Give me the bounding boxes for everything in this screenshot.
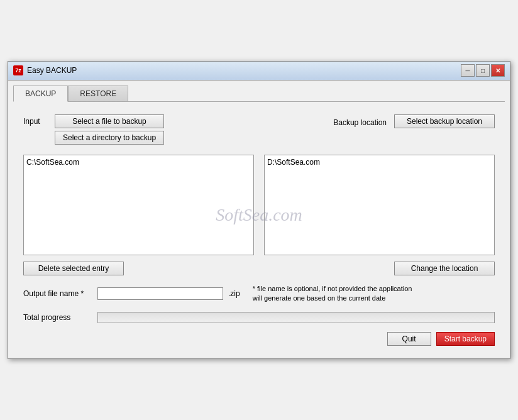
- select-location-button[interactable]: Select backup location: [394, 114, 495, 128]
- zip-suffix: .zip: [228, 289, 240, 298]
- delete-entry-button[interactable]: Delete selected entry: [23, 262, 124, 275]
- tab-bar: BACKUP RESTORE: [13, 86, 505, 102]
- tab-restore[interactable]: RESTORE: [68, 86, 128, 102]
- title-bar: 7z Easy BACKUP ─ □ ✕: [8, 62, 510, 80]
- tab-backup[interactable]: BACKUP: [13, 86, 68, 102]
- backup-location-section: Backup location Select backup location: [333, 114, 495, 128]
- progress-row: Total progress: [23, 312, 495, 323]
- input-list-item: C:\SoftSea.com: [24, 155, 253, 169]
- input-label: Input: [23, 114, 55, 126]
- input-section: Input Select a file to backup Select a d…: [23, 114, 164, 145]
- input-list[interactable]: C:\SoftSea.com: [23, 155, 254, 255]
- action-row: Delete selected entry Change the locatio…: [23, 262, 495, 275]
- progress-bar: [97, 312, 495, 323]
- progress-label: Total progress: [23, 313, 92, 322]
- location-list-item: D:\SoftSea.com: [265, 155, 494, 169]
- output-row: Output file name * .zip * file name is o…: [23, 284, 495, 304]
- main-window: 7z Easy BACKUP ─ □ ✕ BACKUP RESTORE Inpu: [8, 61, 510, 360]
- lists-row: C:\SoftSea.com D:\SoftSea.com: [23, 155, 495, 255]
- location-list[interactable]: D:\SoftSea.com: [264, 155, 495, 255]
- backup-location-label: Backup location: [333, 116, 387, 127]
- output-label: Output file name *: [23, 289, 92, 298]
- window-controls: ─ □ ✕: [461, 64, 505, 77]
- input-buttons: Select a file to backup Select a directo…: [55, 114, 164, 145]
- select-dir-button[interactable]: Select a directory to backup: [55, 131, 164, 145]
- change-location-button[interactable]: Change the location: [394, 262, 495, 275]
- minimize-button[interactable]: ─: [461, 64, 475, 77]
- start-backup-button[interactable]: Start backup: [436, 332, 495, 346]
- close-button[interactable]: ✕: [491, 64, 505, 77]
- window-title: Easy BACKUP: [27, 66, 461, 75]
- output-hint: * file name is optional, if not provided…: [253, 284, 412, 304]
- output-filename-input[interactable]: [97, 287, 223, 300]
- select-file-button[interactable]: Select a file to backup: [55, 114, 164, 128]
- backup-content: Input Select a file to backup Select a d…: [13, 109, 505, 354]
- top-row: Input Select a file to backup Select a d…: [23, 114, 495, 150]
- restore-button[interactable]: □: [476, 64, 490, 77]
- app-icon: 7z: [13, 65, 23, 75]
- window-content: BACKUP RESTORE Input Select a file to ba…: [8, 80, 510, 359]
- footer-row: Quit Start backup: [23, 332, 495, 346]
- quit-button[interactable]: Quit: [387, 332, 431, 346]
